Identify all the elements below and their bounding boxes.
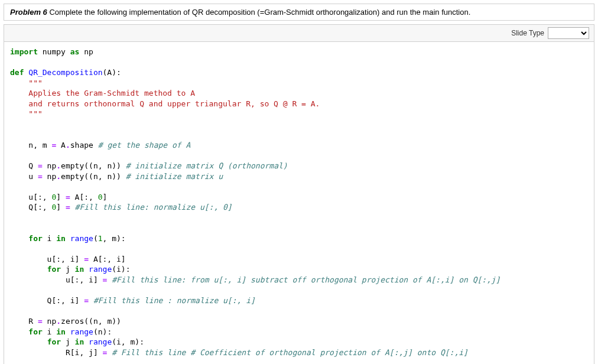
keyword-in: in — [56, 234, 66, 243]
keyword-import: import — [10, 47, 38, 56]
cell-toolbar: Slide Type — [4, 24, 594, 41]
keyword-for: for — [47, 337, 61, 346]
comment: # initialize matrix Q (orthonormal) — [126, 161, 288, 170]
slide-type-label: Slide Type — [511, 29, 544, 37]
comment-fill: #Fill this line: from u[:, i] subtract o… — [112, 275, 500, 284]
keyword-in: in — [75, 337, 84, 346]
comment: # get the shape of A — [98, 141, 191, 150]
comment-fill: #Fill this line: normalize u[:, 0] — [75, 203, 232, 212]
docstring-close: """ — [10, 109, 43, 118]
keyword-in: in — [75, 265, 84, 274]
keyword-for: for — [28, 234, 42, 243]
slide-type-select[interactable] — [548, 27, 589, 39]
code-cell[interactable]: import numpy as np def QR_Decomposition(… — [4, 41, 594, 364]
function-name: QR_Decomposition — [28, 68, 102, 77]
comment-fill: # Fill this line # Coefficient of orthog… — [112, 348, 468, 357]
problem-title: Problem 6 — [10, 8, 47, 17]
comment: # initialize matrix u — [126, 172, 223, 181]
keyword-def: def — [10, 68, 24, 77]
keyword-as: as — [70, 47, 80, 56]
docstring-open: """ — [10, 79, 43, 87]
docstring-line: and returns orthonormal Q and upper tria… — [10, 99, 320, 108]
keyword-for: for — [47, 265, 61, 274]
problem-cell: Problem 6 Complete the following impleme… — [4, 4, 594, 21]
docstring-line: Applies the Gram-Schmidt method to A — [10, 89, 195, 98]
keyword-in: in — [56, 327, 66, 336]
code-block[interactable]: import numpy as np def QR_Decomposition(… — [10, 47, 588, 364]
comment-fill: #Fill this line : normalize u[:, i] — [93, 296, 255, 305]
problem-text: Complete the following implementation of… — [47, 8, 470, 17]
keyword-for: for — [28, 327, 42, 336]
